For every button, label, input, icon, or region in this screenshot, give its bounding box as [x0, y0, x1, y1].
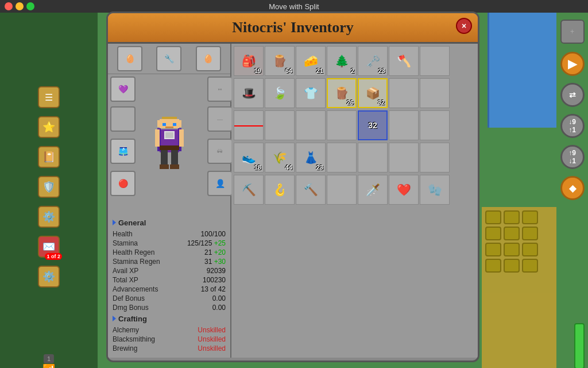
inv-cell-4-7[interactable] — [420, 143, 450, 172]
equip-slot-weapon[interactable]: 🔧 — [156, 46, 181, 71]
inventory-panel: 🎒 19 🪵 64 🧀 21 🌲 — [231, 44, 478, 358]
inv-cell-1-3[interactable]: 🧀 21 — [296, 46, 326, 76]
inv-cell-2-2[interactable]: 🍃 — [265, 78, 295, 108]
inv-cell-4-2[interactable]: 🌾 44 — [265, 143, 295, 172]
sidebar-book-icon[interactable]: 📔 — [38, 146, 60, 168]
stat-alchemy-label: Alchemy — [113, 326, 139, 334]
item-icon-pickaxe: ⛏️ — [242, 183, 256, 197]
inv-cell-1-6[interactable]: 🪓 — [389, 46, 419, 76]
modal-close-btn[interactable]: × — [456, 18, 472, 34]
sidebar-menu-icon[interactable]: ☰ — [38, 86, 60, 108]
general-section-title: General — [113, 218, 226, 227]
item-icon-dress: 👗 — [304, 151, 318, 164]
svg-rect-0 — [162, 117, 177, 119]
equip-slot-offhand[interactable]: 🥚 — [196, 46, 221, 71]
sidebar-shield-icon[interactable]: 🛡️ — [38, 176, 60, 198]
inv-cell-3-7[interactable] — [420, 110, 450, 140]
item-count-2-4: 26 — [347, 99, 354, 106]
inv-cell-5-6[interactable]: ❤️ — [389, 175, 419, 205]
right-arrow-btn[interactable]: ▶ — [560, 52, 585, 76]
inv-cell-4-4[interactable] — [327, 143, 357, 172]
stat-row-total-xp: Total XP 100230 — [113, 275, 226, 285]
stat-row-brewing: Brewing Unskilled — [113, 344, 226, 353]
inv-cell-4-6[interactable] — [389, 143, 419, 172]
window-controls[interactable] — [5, 2, 34, 10]
inv-cell-1-5[interactable]: 🗝️ 23 — [358, 46, 388, 76]
window-close-btn[interactable] — [5, 2, 13, 10]
window-min-btn[interactable] — [16, 2, 24, 10]
inv-cell-3-6[interactable] — [389, 110, 419, 140]
inv-cell-5-4[interactable] — [327, 175, 357, 205]
inv-cell-3-1[interactable] — [234, 110, 264, 140]
crafting-section-title: Crafting — [113, 315, 226, 323]
stat-blacksmithing-value: Unskilled — [198, 335, 226, 343]
inv-row-2: 🎩 🍃 👕 🪵 26 📦 32 — [234, 78, 475, 108]
inv-cell-2-3[interactable]: 👕 — [296, 78, 326, 108]
sort-asc-btn[interactable]: ↑9↓1 — [560, 145, 585, 169]
inv-cell-2-6[interactable] — [389, 78, 419, 108]
inv-cell-4-1[interactable]: 👟 18 — [234, 143, 264, 172]
stat-row-avail-xp: Avail XP 92039 — [113, 266, 226, 275]
swap-btn[interactable]: ◆ — [560, 176, 585, 200]
stat-adv-value: 13 of 42 — [201, 285, 226, 293]
inv-row-3: 32 📜 — [234, 110, 475, 140]
stat-def-label: Def Bonus — [113, 294, 145, 302]
item-count-1-4: 2 — [351, 67, 354, 74]
inv-cell-5-3[interactable]: 🔨 — [296, 175, 326, 205]
item-count-1-3: 21 — [316, 67, 323, 74]
stat-row-def-bonus: Def Bonus 0.00 — [113, 294, 226, 303]
item-icon-shirt: 👕 — [304, 86, 318, 100]
stat-axp-value: 92039 — [207, 267, 226, 275]
inv-cell-3-3[interactable] — [296, 110, 326, 140]
equip-slot-boots[interactable]: 🔴 — [110, 171, 136, 196]
stat-row-alchemy: Alchemy Unskilled — [113, 325, 226, 335]
inv-cell-3-5[interactable]: 32 — [358, 110, 388, 140]
inv-cell-5-2[interactable]: 🪝 — [265, 175, 295, 205]
stat-alchemy-value: Unskilled — [198, 326, 226, 334]
plus-btn[interactable]: + — [560, 20, 585, 44]
equip-slot-ring2[interactable]: •• — [207, 76, 233, 102]
inv-cell-3-4[interactable] — [327, 110, 357, 140]
svg-rect-13 — [161, 150, 168, 166]
inv-cell-4-3[interactable]: 👗 23 — [296, 143, 326, 172]
inv-cell-2-5[interactable]: 📦 32 — [358, 78, 388, 108]
transfer-btn[interactable]: ⇄ — [560, 83, 585, 107]
equip-slot-ring3[interactable]: — — [207, 106, 233, 132]
sidebar-cog-icon[interactable]: ⚙️ — [38, 206, 60, 228]
inv-row-4: 👟 18 🌾 44 👗 23 — [234, 143, 475, 172]
inv-grid-row2: 🎩 🍃 👕 🪵 26 📦 32 — [234, 78, 475, 108]
svg-rect-17 — [155, 129, 160, 147]
sidebar-settings-icon[interactable]: ⚙️ — [38, 266, 60, 288]
stat-blacksmithing-label: Blacksmithing — [113, 335, 155, 343]
inv-cell-1-2[interactable]: 🪵 64 — [265, 46, 295, 76]
svg-rect-6 — [165, 126, 173, 128]
inv-cell-2-7[interactable] — [420, 78, 450, 108]
stat-row-advancements: Advancements 13 of 42 — [113, 285, 226, 294]
item-icon-leaf: 🍃 — [273, 86, 287, 100]
sort-desc-btn[interactable]: ↓9↑1 — [560, 114, 585, 138]
inv-cell-1-7[interactable] — [420, 46, 450, 76]
item-icon-box: 📦 — [366, 86, 380, 100]
inv-cell-5-1[interactable]: ⛏️ — [234, 175, 264, 205]
inv-cell-1-1[interactable]: 🎒 19 — [234, 46, 264, 76]
window-max-btn[interactable] — [26, 2, 34, 10]
stat-hr-label: Health Regen — [113, 248, 154, 256]
equip-slot-amulet[interactable]: 💜 — [110, 76, 136, 102]
equip-slot-legs[interactable]: 🩳 — [110, 139, 136, 164]
svg-rect-4 — [163, 123, 166, 126]
inv-cell-3-2[interactable] — [265, 110, 295, 140]
inv-cell-1-4[interactable]: 🌲 2 — [327, 46, 357, 76]
item-count-3-5: 32 — [368, 121, 377, 130]
inv-cell-5-7[interactable]: 🧤 — [420, 175, 450, 205]
equip-slot-chest[interactable]: 👤 — [207, 171, 233, 196]
item-count-2-5: 32 — [378, 99, 385, 106]
water-terrain — [488, 13, 556, 128]
inv-cell-4-5[interactable] — [358, 143, 388, 172]
equip-slot-gloves[interactable]: 🕶 — [207, 139, 233, 164]
equip-slot-head[interactable]: 🥚 — [117, 46, 142, 71]
inv-cell-2-4[interactable]: 🪵 26 — [327, 78, 357, 108]
inv-cell-5-5[interactable]: 🗡️ — [358, 175, 388, 205]
sidebar-star-icon[interactable]: ⭐ — [38, 116, 60, 138]
equip-slot-ring1[interactable] — [110, 106, 136, 132]
inv-cell-2-1[interactable]: 🎩 — [234, 78, 264, 108]
